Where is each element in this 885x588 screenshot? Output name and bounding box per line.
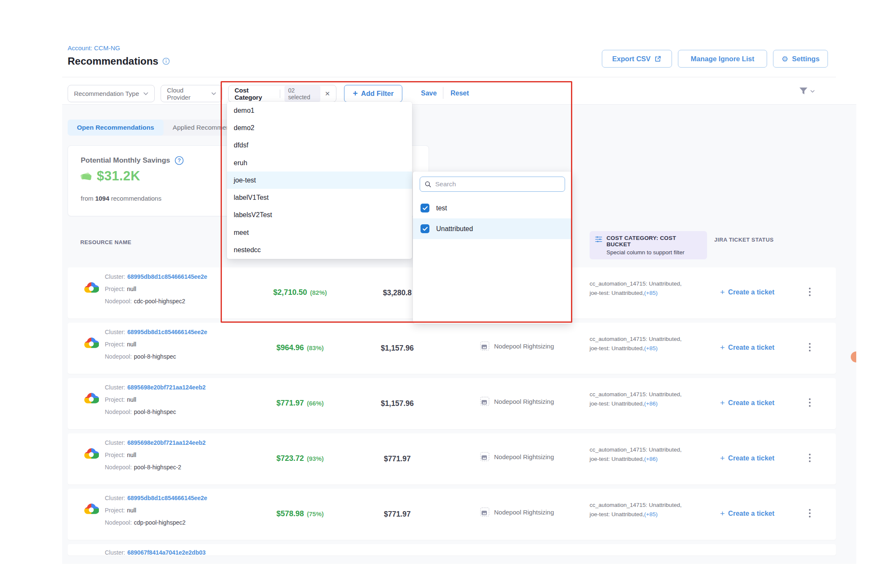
chevron-down-icon xyxy=(211,92,216,95)
recommendation-type-cell: Nodepool Rightsizing xyxy=(480,452,554,461)
cost-bucket-cell: cc_automation_14715: Unattributed, joe-t… xyxy=(590,335,682,353)
more-buckets-link[interactable]: (+85) xyxy=(644,290,658,296)
filter-lines-icon xyxy=(595,236,602,243)
cluster-link[interactable]: 68995db8d1c854666145ee2e xyxy=(127,273,207,280)
row-menu-button[interactable] xyxy=(807,397,812,408)
dropdown-item[interactable]: nestedcc xyxy=(227,241,412,259)
dropdown-item-selected[interactable]: joe-test xyxy=(227,172,412,189)
dropdown-item[interactable]: dfdsf xyxy=(227,137,412,154)
dropdown-item[interactable]: labelsV2Test xyxy=(227,207,412,224)
cluster-link[interactable]: 68995db8d1c854666145ee2e xyxy=(127,495,207,501)
monthly-cost-cell: $1,157.96 xyxy=(363,399,431,408)
dropdown-item[interactable]: demo1 xyxy=(227,102,412,119)
chevron-down-icon xyxy=(143,92,148,95)
table-row-partial[interactable]: Cluster:689067f8414a7041e2e2db03 xyxy=(68,544,836,555)
cloud-provider-filter[interactable]: Cloud Provider xyxy=(161,85,222,102)
project-value: null xyxy=(127,507,136,514)
more-buckets-link[interactable]: (+85) xyxy=(644,511,658,517)
checkbox-checked-icon[interactable] xyxy=(421,224,429,233)
save-filter-button[interactable]: Save xyxy=(421,90,437,97)
bucket-search-input[interactable] xyxy=(435,180,560,188)
checkbox-checked-icon[interactable] xyxy=(421,204,429,212)
monthly-savings-cell: $723.72(93%) xyxy=(258,454,342,463)
close-icon[interactable]: ✕ xyxy=(325,90,330,98)
recommendation-count: 1094 xyxy=(95,195,109,202)
bucket-option-unattributed[interactable]: Unattributed xyxy=(413,218,572,239)
cost-category-filter-chip[interactable]: Cost Category 02 selected ✕ xyxy=(228,85,336,102)
export-csv-label: Export CSV xyxy=(612,55,651,63)
bucket-search[interactable] xyxy=(420,177,565,192)
column-header-resource-name: RESOURCE NAME xyxy=(80,239,131,245)
row-menu-button[interactable] xyxy=(807,286,812,298)
dropdown-item[interactable]: demo2 xyxy=(227,119,412,136)
settings-button[interactable]: ⚙ Settings xyxy=(773,50,828,68)
column-header-jira-status: JIRA TICKET STATUS xyxy=(714,237,774,243)
cost-bucket-header-subtitle: Special column to support filter xyxy=(606,249,702,256)
more-buckets-link[interactable]: (+86) xyxy=(644,400,658,407)
cluster-link[interactable]: 6895698e20bf721aa124eeb2 xyxy=(127,439,205,446)
project-value: null xyxy=(127,452,136,458)
nodepool-value: pool-8-highspec-2 xyxy=(134,464,181,471)
table-row[interactable]: Cluster:68995db8d1c854666145ee2e Project… xyxy=(68,489,836,540)
cluster-link[interactable]: 68995db8d1c854666145ee2e xyxy=(127,329,207,335)
more-buckets-link[interactable]: (+86) xyxy=(644,456,658,462)
recommendation-type-cell: Nodepool Rightsizing xyxy=(480,397,554,406)
bucket-option-test[interactable]: test xyxy=(413,198,572,218)
monthly-savings-cell: $771.97(66%) xyxy=(258,399,342,408)
row-menu-button[interactable] xyxy=(807,452,812,464)
recommendation-type-label: Recommendation Type xyxy=(74,90,139,97)
gcp-icon xyxy=(84,447,99,460)
dropdown-item[interactable]: labelV1Test xyxy=(227,189,412,206)
recommendation-type-filter[interactable]: Recommendation Type xyxy=(68,85,155,102)
cost-category-filter-label: Cost Category xyxy=(235,87,276,101)
recommendations-page: Account: CCM-NG Recommendations Export C… xyxy=(0,0,885,588)
cost-category-selected-count: 02 selected xyxy=(284,86,321,102)
help-icon[interactable]: ? xyxy=(175,156,184,165)
table-row[interactable]: Cluster:68995db8d1c854666145ee2e Project… xyxy=(68,323,836,374)
gcp-icon xyxy=(84,337,99,349)
table-row[interactable]: Cluster:6895698e20bf721aa124eeb2 Project… xyxy=(68,433,836,485)
cost-bucket-cell: cc_automation_14715: Unattributed, joe-t… xyxy=(590,445,682,464)
monthly-cost-cell: $771.97 xyxy=(363,510,431,519)
cluster-link[interactable]: 6895698e20bf721aa124eeb2 xyxy=(127,384,205,391)
monthly-savings-cell: $2,710.50(82%) xyxy=(258,288,342,297)
cost-bucket-cell: cc_automation_14715: Unattributed, joe-t… xyxy=(590,279,682,298)
create-ticket-button[interactable]: +Create a ticket xyxy=(709,288,785,297)
settings-label: Settings xyxy=(792,55,819,63)
plus-icon: + xyxy=(720,398,725,408)
reset-filter-button[interactable]: Reset xyxy=(451,90,469,97)
create-ticket-button[interactable]: +Create a ticket xyxy=(709,509,785,518)
nodepool-value: cdc-pool-highspec2 xyxy=(134,298,185,305)
create-ticket-button[interactable]: +Create a ticket xyxy=(709,454,785,463)
row-menu-button[interactable] xyxy=(807,507,812,519)
nodepool-value: cdp-pool-highspec2 xyxy=(134,519,186,526)
gcp-icon xyxy=(84,392,99,405)
plus-icon: + xyxy=(720,454,725,463)
gear-icon: ⚙ xyxy=(781,54,788,63)
table-row[interactable]: Cluster:6895698e20bf721aa124eeb2 Project… xyxy=(68,378,836,429)
gcp-icon xyxy=(84,503,99,515)
monthly-cost-cell: $1,157.96 xyxy=(363,344,431,353)
cloud-provider-label: Cloud Provider xyxy=(167,87,207,101)
nodepool-icon xyxy=(480,341,489,351)
money-icon xyxy=(79,170,93,182)
recommendation-type-cell: Nodepool Rightsizing xyxy=(480,507,554,517)
create-ticket-button[interactable]: +Create a ticket xyxy=(709,343,785,352)
plus-icon: + xyxy=(720,343,725,352)
row-menu-button[interactable] xyxy=(807,341,812,353)
manage-ignore-list-button[interactable]: Manage Ignore List xyxy=(678,50,767,68)
chevron-down-icon xyxy=(810,90,815,93)
dropdown-item[interactable]: meet xyxy=(227,224,412,241)
more-buckets-link[interactable]: (+85) xyxy=(644,345,658,351)
cost-bucket-cell: cc_automation_14715: Unattributed, joe-t… xyxy=(590,501,682,519)
column-header-cost-bucket: COST CATEGORY: COST BUCKET Special colum… xyxy=(590,231,707,259)
cluster-link[interactable]: 689067f8414a7041e2e2db03 xyxy=(127,549,205,555)
export-csv-button[interactable]: Export CSV xyxy=(602,50,672,68)
tab-open-recommendations[interactable]: Open Recommendations xyxy=(68,120,164,136)
dropdown-item[interactable]: eruh xyxy=(227,154,412,172)
cost-bucket-header-title: COST CATEGORY: COST BUCKET xyxy=(606,235,702,248)
add-filter-button[interactable]: + Add Filter xyxy=(344,85,402,102)
create-ticket-button[interactable]: +Create a ticket xyxy=(709,398,785,408)
filter-panel-toggle[interactable] xyxy=(799,87,815,95)
nodepool-icon xyxy=(480,452,489,461)
